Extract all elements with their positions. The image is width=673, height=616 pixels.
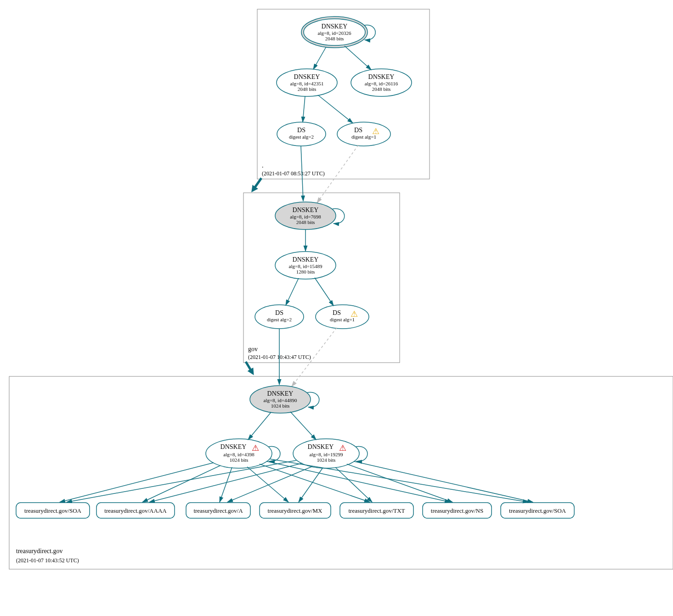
node-gov-ds2: DS digest alg=1 ⚠ [316, 305, 369, 329]
svg-text:DS: DS [297, 127, 305, 134]
zone-timestamp-root: (2021-01-07 08:53:27 UTC) [262, 170, 325, 177]
node-td-zsk1: DNSKEY alg=8, id=4398 1024 bits ⚠ [206, 439, 272, 468]
svg-text:treasurydirect.gov/SOA: treasurydirect.gov/SOA [24, 507, 81, 514]
svg-text:2048 bits: 2048 bits [325, 36, 344, 41]
rr-soa1: treasurydirect.gov/SOA [16, 503, 90, 518]
node-root-ds2: DS digest alg=1 ⚠ [337, 122, 390, 146]
svg-text:digest alg=2: digest alg=2 [267, 317, 292, 322]
node-gov-ds1: DS digest alg=2 [255, 305, 304, 329]
warning-yellow-icon: ⚠ [372, 127, 379, 136]
svg-text:alg=8, id=15489: alg=8, id=15489 [289, 263, 322, 269]
warning-yellow-icon: ⚠ [351, 309, 358, 319]
svg-text:1024 bits: 1024 bits [317, 457, 336, 463]
svg-text:treasurydirect.gov/AAAA: treasurydirect.gov/AAAA [104, 507, 167, 514]
edge-tdksk-zsk1 [248, 412, 271, 440]
svg-text:treasurydirect.gov/SOA: treasurydirect.gov/SOA [509, 507, 566, 514]
edge-govzsk-ds2 [315, 278, 334, 306]
svg-text:alg=8, id=42351: alg=8, id=42351 [290, 81, 324, 86]
svg-text:alg=8, id=19299: alg=8, id=19299 [310, 452, 343, 457]
zone-timestamp-td: (2021-01-07 10:43:52 UTC) [16, 557, 79, 564]
svg-text:2048 bits: 2048 bits [298, 86, 317, 92]
svg-text:alg=8, id=20326: alg=8, id=20326 [318, 30, 351, 36]
node-root-ds1: DS digest alg=2 [277, 122, 326, 146]
svg-text:treasurydirect.gov/MX: treasurydirect.gov/MX [268, 507, 322, 514]
svg-text:DNSKEY: DNSKEY [308, 443, 334, 450]
svg-text:treasurydirect.gov/TXT: treasurydirect.gov/TXT [348, 507, 405, 514]
dnssec-diagram: . (2021-01-07 08:53:27 UTC) DNSKEY alg=8… [5, 5, 673, 616]
zone-label-gov: gov [248, 346, 258, 353]
svg-text:DS: DS [333, 309, 341, 316]
svg-text:DNSKEY: DNSKEY [293, 256, 319, 263]
node-root-ksk: DNSKEY alg=8, id=20326 2048 bits [301, 17, 368, 48]
svg-text:digest alg=2: digest alg=2 [289, 134, 314, 140]
node-td-ksk: DNSKEY alg=8, id=44890 1024 bits [250, 386, 311, 413]
rr-aaaa: treasurydirect.gov/AAAA [96, 503, 175, 518]
svg-text:treasurydirect.gov/NS: treasurydirect.gov/NS [431, 507, 483, 514]
node-root-zsk2: DNSKEY alg=8, id=26116 2048 bits [351, 69, 412, 96]
edge-govzsk-ds1 [286, 278, 299, 305]
edge-rootzsk1-ds1 [303, 96, 305, 122]
delegation-gov-td [246, 362, 253, 373]
edge-rootksk-zsk1 [313, 47, 326, 69]
svg-text:1024 bits: 1024 bits [271, 403, 290, 409]
zone-label-td: treasurydirect.gov [16, 548, 62, 554]
svg-text:DNSKEY: DNSKEY [294, 73, 320, 80]
svg-text:alg=8, id=44890: alg=8, id=44890 [264, 398, 297, 403]
svg-text:DNSKEY: DNSKEY [221, 443, 247, 450]
rr-soa2: treasurydirect.gov/SOA [501, 503, 574, 518]
svg-text:DNSKEY: DNSKEY [322, 23, 348, 30]
svg-text:1024 bits: 1024 bits [230, 457, 249, 463]
edge-tdksk-zsk2 [290, 412, 316, 440]
svg-text:DNSKEY: DNSKEY [267, 390, 294, 397]
rr-a: treasurydirect.gov/A [186, 503, 250, 518]
svg-text:DS: DS [354, 127, 362, 134]
svg-text:alg=8, id=4398: alg=8, id=4398 [223, 452, 254, 457]
rr-ns: treasurydirect.gov/NS [423, 503, 492, 518]
svg-text:1280 bits: 1280 bits [296, 269, 315, 274]
node-gov-ksk: DNSKEY alg=8, id=7698 2048 bits [275, 202, 336, 230]
node-gov-zsk: DNSKEY alg=8, id=15489 1280 bits [275, 252, 336, 279]
svg-text:treasurydirect.gov/A: treasurydirect.gov/A [193, 507, 243, 514]
svg-text:DNSKEY: DNSKEY [368, 73, 395, 80]
svg-text:DS: DS [275, 309, 283, 316]
node-root-zsk1: DNSKEY alg=8, id=42351 2048 bits [277, 69, 337, 96]
svg-text:alg=8, id=26116: alg=8, id=26116 [365, 81, 398, 86]
delegation-root-gov [253, 178, 261, 190]
svg-text:2048 bits: 2048 bits [296, 219, 315, 225]
rr-mx: treasurydirect.gov/MX [260, 503, 331, 518]
node-td-zsk2: DNSKEY alg=8, id=19299 1024 bits ⚠ [293, 439, 359, 468]
svg-text:2048 bits: 2048 bits [372, 86, 391, 92]
rr-txt: treasurydirect.gov/TXT [340, 503, 413, 518]
zone-label-root: . [262, 162, 264, 169]
warning-red-icon: ⚠ [252, 443, 259, 453]
svg-text:alg=8, id=7698: alg=8, id=7698 [290, 214, 321, 219]
warning-red-icon: ⚠ [339, 443, 346, 453]
edge-rootzsk1-ds2 [318, 95, 353, 123]
svg-text:DNSKEY: DNSKEY [293, 207, 319, 213]
edge-rootksk-zsk2 [345, 46, 371, 70]
